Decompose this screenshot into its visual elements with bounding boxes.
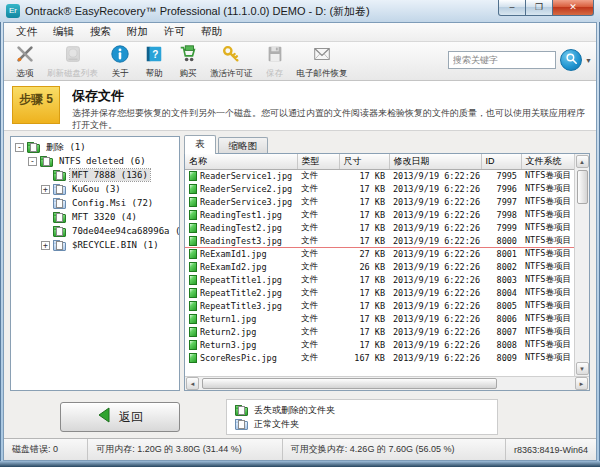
file-icon xyxy=(189,353,197,363)
file-type: 文件 xyxy=(297,325,339,338)
file-table: 名称 类型 尺寸 修改日期 ID 文件系统 xyxy=(185,154,574,365)
tree-item[interactable]: Config.Msi (72) xyxy=(11,196,179,210)
title-bar: Er Ontrack® EasyRecovery™ Professional (… xyxy=(0,0,600,22)
table-row[interactable]: RepeatTitle1.jpg 文件 17 KB 2013/9/19 6:22… xyxy=(185,273,574,286)
folder-tree-panel: 删除 (1) NTFS deleted (6) MFT 7888 (136) K… xyxy=(10,136,180,391)
tree-item[interactable]: MFT 7888 (136) xyxy=(11,168,179,182)
file-size: 17 KB xyxy=(339,182,389,195)
tree-item[interactable]: 70de04ee94ca68996a (3) xyxy=(11,224,179,238)
maximize-button[interactable]: ❐ xyxy=(526,0,552,16)
file-date: 2013/9/19 6:22:26 xyxy=(389,338,481,351)
tree-expander-icon[interactable] xyxy=(41,241,50,250)
column-header-date[interactable]: 修改日期 xyxy=(389,154,481,169)
table-row[interactable]: ReExamId2.jpg 文件 26 KB 2013/9/19 6:22:26… xyxy=(185,260,574,273)
file-system: NTFS卷项目 xyxy=(521,169,574,182)
file-name: Return3.jpg xyxy=(200,340,256,350)
file-name: ReaderService3.jpg xyxy=(200,197,292,207)
table-row[interactable]: Return2.jpg 文件 17 KB 2013/9/19 6:22:26 8… xyxy=(185,325,574,338)
step-number-badge: 步骤 5 xyxy=(12,86,60,124)
table-row[interactable]: ReadingTest1.jpg 文件 17 KB 2013/9/19 6:22… xyxy=(185,208,574,221)
back-button[interactable]: 返回 xyxy=(60,402,180,432)
scroll-up-icon[interactable]: ▲ xyxy=(576,155,589,168)
menu-help[interactable]: 帮助 xyxy=(193,23,230,41)
search-dropdown-icon[interactable]: ▼ xyxy=(585,57,592,64)
horizontal-scrollbar[interactable]: ◄ ► xyxy=(185,376,589,390)
about-button[interactable]: 关于 xyxy=(103,43,137,81)
activate-license-button[interactable]: 激活许可证 xyxy=(205,43,258,81)
file-system: NTFS卷项目 xyxy=(521,260,574,273)
tree-expander-icon[interactable] xyxy=(41,185,50,194)
file-system: NTFS卷项目 xyxy=(521,247,574,260)
file-id: 7995 xyxy=(481,169,521,182)
menu-extras[interactable]: 附加 xyxy=(119,23,156,41)
table-row[interactable]: ReaderService1.jpg 文件 17 KB 2013/9/19 6:… xyxy=(185,169,574,182)
email-recovery-button[interactable]: 电子邮件恢复 xyxy=(292,43,353,81)
column-header-size[interactable]: 尺寸 xyxy=(339,154,389,169)
menu-search[interactable]: 搜索 xyxy=(82,23,119,41)
table-row[interactable]: RepeatTitle2.jpg 文件 17 KB 2013/9/19 6:22… xyxy=(185,286,574,299)
search-input[interactable] xyxy=(448,51,556,69)
close-button[interactable]: ✕ xyxy=(552,0,594,16)
folder-icon xyxy=(53,172,66,181)
menu-edit[interactable]: 编辑 xyxy=(45,23,82,41)
menu-license[interactable]: 许可 xyxy=(156,23,193,41)
tree-expander-icon[interactable] xyxy=(15,143,24,152)
column-header-type[interactable]: 类型 xyxy=(297,154,339,169)
status-disk-errors: 磁盘错误: 0 xyxy=(4,439,88,460)
table-row[interactable]: ReExamId1.jpg 文件 27 KB 2013/9/19 6:22:26… xyxy=(185,247,574,260)
options-button[interactable]: 选项 xyxy=(8,43,42,81)
file-id: 8007 xyxy=(481,325,521,338)
file-system: NTFS卷项目 xyxy=(521,182,574,195)
scroll-left-icon[interactable]: ◄ xyxy=(186,377,199,390)
table-header-row: 名称 类型 尺寸 修改日期 ID 文件系统 xyxy=(185,154,574,169)
tree-item-label: Config.Msi (72) xyxy=(70,197,155,209)
horizontal-scroll-thumb[interactable] xyxy=(202,378,497,389)
file-name: ReExamId1.jpg xyxy=(200,249,267,259)
tab-thumbnail-view[interactable]: 缩略图 xyxy=(218,137,269,154)
file-type: 文件 xyxy=(297,338,339,351)
table-row[interactable]: Return3.jpg 文件 17 KB 2013/9/19 6:22:26 8… xyxy=(185,338,574,351)
file-type: 文件 xyxy=(297,221,339,234)
file-date: 2013/9/19 6:22:26 xyxy=(389,312,481,325)
table-row[interactable]: ReaderService2.jpg 文件 17 KB 2013/9/19 6:… xyxy=(185,182,574,195)
tree-item[interactable]: $RECYCLE.BIN (1) xyxy=(11,238,179,252)
file-icon xyxy=(189,314,197,324)
table-row[interactable]: ReadingTest3.jpg 文件 17 KB 2013/9/19 6:22… xyxy=(185,234,574,247)
file-icon xyxy=(189,262,197,272)
buy-button[interactable]: 购买 xyxy=(171,43,205,81)
file-id: 7999 xyxy=(481,221,521,234)
search-button[interactable] xyxy=(560,49,582,71)
file-id: 8005 xyxy=(481,299,521,312)
file-id: 8004 xyxy=(481,286,521,299)
file-date: 2013/9/19 6:22:26 xyxy=(389,169,481,182)
table-row[interactable]: ScoreResPic.jpg 文件 167 KB 2013/9/19 6:22… xyxy=(185,351,574,364)
tree-item[interactable]: NTFS deleted (6) xyxy=(11,154,179,168)
tree-item[interactable]: 删除 (1) xyxy=(11,140,179,154)
file-system: NTFS卷项目 xyxy=(521,325,574,338)
help-button[interactable]: ? 帮助 xyxy=(137,43,171,81)
file-size: 167 KB xyxy=(339,351,389,364)
tree-expander-icon[interactable] xyxy=(28,157,37,166)
vertical-scroll-thumb[interactable] xyxy=(577,170,588,204)
vertical-scrollbar[interactable]: ▲ ▼ xyxy=(574,154,589,376)
table-row[interactable]: ReadingTest2.jpg 文件 17 KB 2013/9/19 6:22… xyxy=(185,221,574,234)
tree-item[interactable]: KuGou (3) xyxy=(11,182,179,196)
file-type: 文件 xyxy=(297,273,339,286)
tab-table-view[interactable]: 表 xyxy=(184,135,216,154)
menu-file[interactable]: 文件 xyxy=(8,23,45,41)
file-system: NTFS卷项目 xyxy=(521,208,574,221)
table-row[interactable]: RepeatTitle3.jpg 文件 17 KB 2013/9/19 6:22… xyxy=(185,299,574,312)
window-title: Ontrack® EasyRecovery™ Professional (11.… xyxy=(25,4,370,19)
table-row[interactable]: ReaderService3.jpg 文件 17 KB 2013/9/19 6:… xyxy=(185,195,574,208)
column-header-name[interactable]: 名称 xyxy=(185,154,297,169)
file-size: 17 KB xyxy=(339,286,389,299)
scroll-right-icon[interactable]: ► xyxy=(575,377,588,390)
file-id: 8006 xyxy=(481,312,521,325)
table-row[interactable]: Return1.jpg 文件 17 KB 2013/9/19 6:22:26 8… xyxy=(185,312,574,325)
column-header-filesystem[interactable]: 文件系统 xyxy=(521,154,574,169)
tree-item[interactable]: MFT 3320 (4) xyxy=(11,210,179,224)
search-icon xyxy=(565,51,578,69)
scroll-down-icon[interactable]: ▼ xyxy=(576,362,589,375)
column-header-id[interactable]: ID xyxy=(481,154,521,169)
minimize-button[interactable]: – xyxy=(498,0,526,16)
